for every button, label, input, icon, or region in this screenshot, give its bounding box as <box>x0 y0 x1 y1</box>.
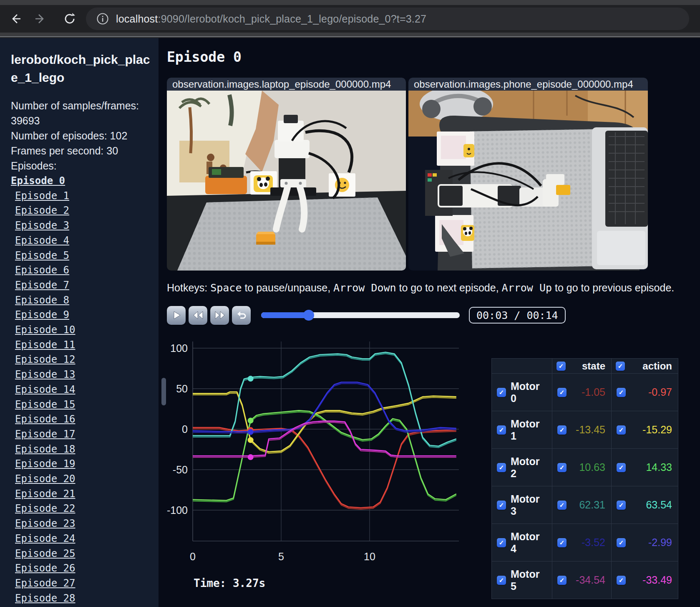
checkbox-motor-3[interactable]: ✓ <box>497 501 506 510</box>
table-header-row: ✓state✓action <box>492 359 678 374</box>
checkbox-motor-5-action[interactable]: ✓ <box>617 576 626 585</box>
seek-slider-fill <box>261 312 309 318</box>
episode-list-item: Episode 27 <box>11 577 151 592</box>
episode-link-episode-14[interactable]: Episode 14 <box>15 384 76 395</box>
seek-slider[interactable] <box>261 312 460 318</box>
stat-episodes: Number of episodes: 102 <box>11 128 151 143</box>
episode-link-episode-12[interactable]: Episode 12 <box>15 354 76 365</box>
episode-link-episode-11[interactable]: Episode 11 <box>15 339 76 351</box>
episode-link-episode-7[interactable]: Episode 7 <box>15 279 69 291</box>
episode-link-episode-27[interactable]: Episode 27 <box>15 577 76 589</box>
time-display: 00:03 / 00:14 <box>469 307 566 324</box>
motor-action-value: 14.33 <box>646 461 672 473</box>
episode-link-episode-18[interactable]: Episode 18 <box>15 443 76 455</box>
motor-0-state-line <box>193 429 456 509</box>
episode-link-episode-9[interactable]: Episode 9 <box>15 309 69 321</box>
phone-video-label: observation.images.phone_episode_000000.… <box>408 78 648 91</box>
episode-list-item: Episode 6 <box>11 263 151 278</box>
episode-link-episode-1[interactable]: Episode 1 <box>15 190 69 202</box>
play-button[interactable] <box>167 306 186 325</box>
checkbox-motor-5-state[interactable]: ✓ <box>557 576 567 585</box>
motor-action-value: 63.54 <box>646 499 672 511</box>
videos-row: observation.images.laptop_episode_000000… <box>167 78 700 271</box>
main-content: Episode 0 observation.images.laptop_epis… <box>159 38 700 607</box>
episode-list-item: Episode 5 <box>11 249 151 264</box>
checkbox-motor-1-action[interactable]: ✓ <box>617 425 626 435</box>
checkbox-motor-4[interactable]: ✓ <box>497 538 506 547</box>
episode-link-episode-23[interactable]: Episode 23 <box>15 518 76 529</box>
episode-list-item: Episode 13 <box>11 368 151 383</box>
episode-link-episode-20[interactable]: Episode 20 <box>15 473 76 485</box>
checkbox-motor-4-state[interactable]: ✓ <box>557 538 567 547</box>
checkbox-all-action[interactable]: ✓ <box>616 362 625 371</box>
episode-link-episode-13[interactable]: Episode 13 <box>15 369 76 380</box>
site-info-icon[interactable] <box>94 10 111 27</box>
laptop-video[interactable]: observation.images.laptop_episode_000000… <box>167 78 406 271</box>
checkbox-motor-3-state[interactable]: ✓ <box>557 501 567 510</box>
episode-link-episode-6[interactable]: Episode 6 <box>15 264 69 276</box>
motor-action-cell: ✓-33.49 <box>612 561 678 599</box>
fast-forward-button[interactable] <box>210 306 229 325</box>
episode-list-item: Episode 26 <box>11 561 151 577</box>
checkbox-motor-1[interactable]: ✓ <box>497 425 506 435</box>
trackpad <box>597 231 645 265</box>
episode-link-episode-21[interactable]: Episode 21 <box>15 488 76 500</box>
checkbox-motor-2-state[interactable]: ✓ <box>557 463 567 472</box>
motor-action-value: -0.97 <box>648 386 672 398</box>
motor-action-cell: ✓14.33 <box>612 449 678 486</box>
episode-link-episode-5[interactable]: Episode 5 <box>15 250 69 261</box>
header-action-label: action <box>642 360 672 372</box>
episode-link-episode-10[interactable]: Episode 10 <box>15 324 76 336</box>
checkbox-motor-2-action[interactable]: ✓ <box>617 463 626 472</box>
url-bar[interactable]: localhost:9090/lerobot/koch_pick_place_1… <box>86 8 689 30</box>
episodes-label: Episodes: <box>11 158 151 173</box>
motor-name-cell: ✓Motor 5 <box>492 561 552 599</box>
checkbox-motor-5[interactable]: ✓ <box>497 576 506 585</box>
hotkeys-prefix: Hotkeys: <box>167 282 210 293</box>
episode-link-episode-8[interactable]: Episode 8 <box>15 294 69 306</box>
episode-list-item: Episode 19 <box>11 457 151 472</box>
checkbox-motor-3-action[interactable]: ✓ <box>617 501 626 510</box>
episode-link-episode-25[interactable]: Episode 25 <box>15 548 76 559</box>
episode-link-episode-24[interactable]: Episode 24 <box>15 533 76 544</box>
episode-link-episode-15[interactable]: Episode 15 <box>15 399 76 410</box>
checkbox-motor-4-action[interactable]: ✓ <box>617 538 626 547</box>
episode-list-item: Episode 0 <box>11 174 151 189</box>
seek-slider-thumb[interactable] <box>303 310 314 321</box>
reload-icon[interactable] <box>60 9 79 28</box>
episode-link-episode-28[interactable]: Episode 28 <box>15 592 76 604</box>
episode-link-episode-26[interactable]: Episode 26 <box>15 562 76 574</box>
checkbox-motor-0[interactable]: ✓ <box>497 388 506 397</box>
phone-video[interactable]: observation.images.phone_episode_000000.… <box>408 78 648 271</box>
episode-link-episode-17[interactable]: Episode 17 <box>15 428 76 440</box>
checkbox-motor-1-state[interactable]: ✓ <box>557 425 567 435</box>
episode-link-episode-16[interactable]: Episode 16 <box>15 413 76 425</box>
checkbox-motor-0-state[interactable]: ✓ <box>557 388 567 397</box>
episode-link-episode-19[interactable]: Episode 19 <box>15 458 76 470</box>
episode-link-episode-4[interactable]: Episode 4 <box>15 235 69 246</box>
episode-list-item: Episode 28 <box>11 592 151 607</box>
chart-time-label: Time: 3.27s <box>194 577 463 589</box>
forward-icon[interactable] <box>31 9 50 28</box>
episode-link-episode-3[interactable]: Episode 3 <box>15 220 69 231</box>
table-row: ✓Motor 4✓-3.52✓-2.99 <box>492 524 678 561</box>
checkbox-motor-0-action[interactable]: ✓ <box>617 388 626 397</box>
stat-fps: Frames per second: 30 <box>11 143 151 158</box>
back-icon[interactable] <box>6 9 25 28</box>
motor-action-value: -2.99 <box>648 536 672 549</box>
episode-link-episode-0[interactable]: Episode 0 <box>11 175 65 187</box>
motor-5-action-line <box>193 421 456 456</box>
url-text[interactable]: localhost:9090/lerobot/koch_pick_place_1… <box>116 13 426 25</box>
loop-button[interactable] <box>232 306 251 325</box>
checkbox-motor-2[interactable]: ✓ <box>497 463 506 472</box>
browser-toolbar: localhost:9090/lerobot/koch_pick_place_1… <box>0 5 700 33</box>
checkbox-all-state[interactable]: ✓ <box>556 362 566 371</box>
motor-state-cell: ✓-34.54 <box>552 561 612 599</box>
motor-state-cell: ✓-13.45 <box>552 411 612 449</box>
header-state: ✓state <box>552 359 612 374</box>
episode-link-episode-22[interactable]: Episode 22 <box>15 503 76 514</box>
rewind-button[interactable] <box>189 306 207 325</box>
episode-link-episode-2[interactable]: Episode 2 <box>15 205 69 216</box>
motor-0-action-line <box>193 427 456 508</box>
episode-list: Episode 0Episode 1Episode 2Episode 3Epis… <box>11 174 151 606</box>
